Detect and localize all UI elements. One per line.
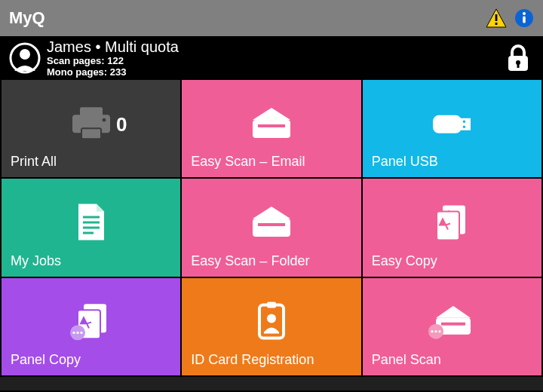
tile-label: Panel USB [372, 154, 532, 170]
tile-label: Easy Copy [372, 253, 532, 269]
svg-rect-13 [81, 128, 101, 139]
svg-point-4 [523, 12, 526, 15]
usb-icon [428, 109, 475, 139]
tile-label: Print All [11, 154, 171, 170]
svg-rect-19 [463, 121, 465, 123]
svg-rect-22 [83, 222, 100, 224]
svg-rect-28 [437, 212, 459, 240]
user-bar: James • Multi quota Scan pages: 122 Mono… [0, 36, 543, 80]
svg-rect-15 [253, 120, 290, 138]
svg-rect-16 [258, 124, 285, 127]
svg-point-42 [435, 330, 437, 332]
user-name-line: James • Multi quota [47, 38, 505, 56]
svg-rect-21 [83, 216, 100, 219]
tile-label: Easy Scan – Folder [191, 253, 351, 269]
tile-label: My Jobs [11, 253, 171, 269]
print-count: 0 [116, 113, 127, 136]
user-scan-pages: Scan pages: 122 [47, 56, 505, 67]
printer-icon [69, 106, 113, 142]
svg-rect-10 [517, 63, 520, 68]
tile-panel-scan[interactable]: Panel Scan [363, 278, 541, 375]
svg-rect-18 [460, 118, 471, 130]
title-bar: MyQ [0, 0, 543, 36]
svg-point-7 [20, 49, 30, 60]
tile-panel-usb[interactable]: Panel USB [363, 80, 541, 177]
svg-point-34 [80, 331, 82, 333]
user-name: James [47, 38, 91, 55]
svg-rect-25 [253, 219, 290, 237]
copy-ellipsis-icon [69, 299, 114, 343]
user-info: James • Multi quota Scan pages: 122 Mono… [47, 38, 505, 78]
scanner-icon [248, 105, 295, 142]
svg-point-37 [267, 314, 276, 323]
tile-print-all[interactable]: 0 Print All [2, 80, 180, 177]
svg-rect-5 [523, 17, 526, 23]
app-title: MyQ [9, 8, 486, 28]
tile-my-jobs[interactable]: My Jobs [2, 179, 180, 276]
svg-point-32 [72, 331, 75, 333]
document-icon [74, 201, 109, 243]
tile-easy-copy[interactable]: Easy Copy [363, 179, 541, 276]
scanner-icon [248, 204, 295, 241]
warning-icon[interactable] [486, 8, 507, 28]
footer-bar [0, 377, 543, 390]
scanner-ellipsis-icon [427, 301, 477, 341]
svg-point-41 [431, 330, 434, 332]
avatar-icon [9, 42, 41, 74]
tile-label: Panel Copy [11, 352, 171, 368]
svg-rect-17 [433, 115, 462, 133]
svg-point-33 [76, 331, 78, 333]
tile-easy-scan-email[interactable]: Easy Scan – Email [182, 80, 360, 177]
svg-rect-1 [495, 14, 498, 21]
user-quota: Multi quota [105, 38, 179, 55]
user-mono-pages: Mono pages: 233 [47, 67, 505, 78]
title-icons [486, 8, 534, 28]
lock-icon[interactable] [505, 44, 531, 72]
info-icon[interactable] [514, 8, 534, 28]
svg-rect-23 [83, 227, 100, 229]
tile-label: ID Card Registration [191, 352, 351, 368]
svg-rect-26 [258, 223, 285, 226]
svg-rect-20 [463, 126, 465, 128]
svg-rect-24 [83, 232, 94, 234]
svg-rect-2 [495, 23, 498, 25]
id-card-icon [255, 300, 288, 342]
svg-point-43 [439, 330, 441, 332]
tile-panel-copy[interactable]: Panel Copy [2, 278, 180, 375]
tile-label: Easy Scan – Email [191, 154, 351, 170]
tile-grid: 0 Print All Easy Scan – Email Panel USB [0, 80, 543, 377]
tile-label: Panel Scan [372, 352, 532, 368]
tile-easy-scan-folder[interactable]: Easy Scan – Folder [182, 179, 360, 276]
copy-icon [431, 201, 473, 243]
tile-id-card-registration[interactable]: ID Card Registration [182, 278, 360, 375]
svg-rect-36 [267, 302, 276, 308]
svg-point-14 [102, 118, 106, 122]
svg-rect-39 [441, 322, 465, 325]
